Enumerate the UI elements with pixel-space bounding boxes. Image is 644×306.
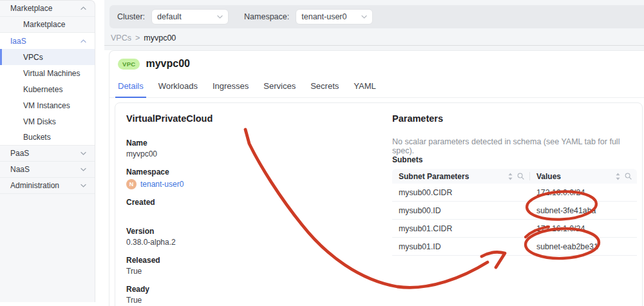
tab-bar: Details Workloads Ingresses Services Sec…: [109, 81, 644, 98]
sidebar-group-label: Marketplace: [10, 4, 52, 13]
chevron-down-icon: [80, 151, 86, 155]
subnet-param-cell: mysub01.CIDR: [392, 224, 529, 233]
subnet-value-cell: 172.16.1.0/24: [529, 224, 637, 233]
field-version: Version 0.38.0-alpha.2: [126, 227, 381, 247]
tab-details[interactable]: Details: [115, 81, 146, 98]
vpc-kind-badge: VPC: [118, 59, 140, 70]
breadcrumb-vpcs-link[interactable]: VPCs: [111, 33, 131, 43]
sidebar-item-marketplace[interactable]: Marketplace: [0, 17, 95, 33]
sidebar: Marketplace Marketplace IaaS VPCs Virtua…: [0, 0, 95, 302]
subnet-param-cell: mysub00.ID: [392, 206, 529, 215]
subnet-param-cell: mysub01.ID: [392, 242, 529, 251]
tab-workloads[interactable]: Workloads: [156, 81, 200, 97]
top-strip: Cluster: default Namespace: tenant-user0…: [104, 0, 644, 50]
resource-kind-heading: VirtualPrivateCloud: [126, 113, 381, 125]
sort-icon[interactable]: [615, 173, 621, 180]
chevron-up-icon: [80, 39, 86, 43]
header-divider: [104, 45, 644, 46]
page-header: VPC myvpc00: [118, 58, 644, 70]
chevron-down-icon: [80, 167, 86, 171]
field-released: Released True: [126, 256, 381, 276]
subnet-value-cell: subnet-eab2be31: [529, 242, 637, 251]
sidebar-section-iaas: IaaS VPCs Virtual Machines Kubernetes VM…: [0, 33, 95, 146]
namespace-link[interactable]: tenant-user0: [140, 180, 184, 189]
column-header-subnet-parameters[interactable]: Subnet Parameters: [392, 169, 529, 184]
table-row: mysub00.ID subnet-3fe41aba: [392, 202, 637, 220]
parameters-heading: Parameters: [392, 113, 637, 125]
sidebar-item-virtual-machines[interactable]: Virtual Machines: [0, 65, 95, 81]
details-panel: VirtualPrivateCloud Name myvpc00 Namespa…: [115, 102, 643, 306]
page-title: myvpc00: [146, 58, 190, 70]
sidebar-item-vm-disks[interactable]: VM Disks: [0, 113, 95, 129]
field-created: Created: [126, 198, 381, 218]
cluster-label: Cluster:: [117, 12, 145, 21]
sidebar-item-vm-instances[interactable]: VM Instances: [0, 97, 95, 113]
sidebar-group-marketplace[interactable]: Marketplace: [0, 1, 95, 17]
namespace-label: Namespace:: [244, 12, 289, 21]
chevron-down-icon: [80, 184, 86, 187]
table-row: mysub00.CIDR 172.16.0.0/24: [392, 184, 637, 202]
cluster-select[interactable]: default: [151, 9, 229, 24]
breadcrumb: VPCs > myvpc00: [111, 33, 176, 43]
cluster-namespace-bar: Cluster: default Namespace: tenant-user0: [109, 5, 644, 28]
tab-services[interactable]: Services: [261, 81, 298, 97]
subnet-value-cell: 172.16.0.0/24: [529, 188, 637, 197]
sidebar-group-administration[interactable]: Administration: [0, 178, 95, 194]
tab-ingresses[interactable]: Ingresses: [210, 81, 251, 97]
field-namespace: Namespace N tenant-user0: [126, 167, 381, 189]
content-card: VPC myvpc00 Details Workloads Ingresses …: [109, 50, 644, 306]
chevron-up-icon: [80, 6, 86, 10]
breadcrumb-current: myvpc00: [144, 33, 176, 43]
search-icon[interactable]: [625, 173, 632, 180]
sidebar-group-iaas[interactable]: IaaS: [0, 33, 95, 49]
table-row: mysub01.ID subnet-eab2be31: [392, 238, 637, 256]
field-ready: Ready True: [126, 285, 381, 305]
table-row: mysub01.CIDR 172.16.1.0/24: [392, 220, 637, 238]
resource-summary: VirtualPrivateCloud Name myvpc00 Namespa…: [126, 103, 381, 305]
sidebar-item-vpcs[interactable]: VPCs: [0, 49, 95, 65]
sidebar-item-buckets[interactable]: Buckets: [0, 129, 95, 146]
column-header-values[interactable]: Values: [530, 169, 637, 184]
subnets-label: Subnets: [392, 155, 637, 165]
chevron-down-icon: [217, 15, 223, 19]
field-name: Name myvpc00: [126, 139, 381, 159]
sidebar-group-naas[interactable]: NaaS: [0, 162, 95, 178]
parameters-section: Parameters No scalar parameters detected…: [392, 103, 637, 256]
breadcrumb-separator: >: [135, 33, 140, 43]
namespace-select[interactable]: tenant-user0: [296, 9, 373, 24]
namespace-avatar: N: [126, 179, 137, 189]
search-icon[interactable]: [517, 173, 524, 180]
sidebar-group-label: IaaS: [10, 37, 26, 46]
chevron-down-icon: [361, 15, 367, 19]
subnets-table-header: Subnet Parameters Values: [392, 169, 637, 184]
sidebar-group-paas[interactable]: PaaS: [0, 146, 95, 162]
subnets-table: Subnet Parameters Values: [392, 169, 637, 256]
parameters-note: No scalar parameters detected in schema …: [392, 137, 637, 147]
tab-secrets[interactable]: Secrets: [308, 81, 341, 97]
namespace-select-value: tenant-user0: [301, 12, 346, 21]
cluster-select-value: default: [157, 12, 182, 21]
subnet-value-cell: subnet-3fe41aba: [529, 206, 637, 215]
sidebar-item-kubernetes[interactable]: Kubernetes: [0, 81, 95, 97]
tab-yaml[interactable]: YAML: [351, 81, 378, 97]
subnet-param-cell: mysub00.CIDR: [392, 188, 529, 197]
sort-icon[interactable]: [507, 173, 513, 180]
